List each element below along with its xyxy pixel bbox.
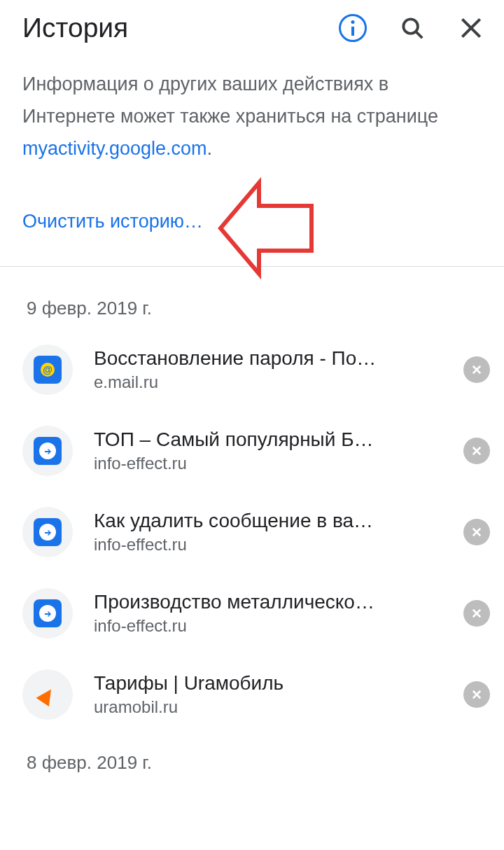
favicon-badge [22, 588, 73, 639]
site-arrow-icon [34, 599, 62, 627]
history-entry[interactable]: ТОП – Самый популярный Б… info-effect.ru [0, 410, 504, 492]
date-header: 8 февр. 2019 г. [0, 735, 504, 783]
search-icon [399, 15, 426, 41]
entry-text: Производство металлическо… info-effect.r… [94, 591, 442, 636]
activity-banner: Информация о других ваших действиях в Ин… [0, 62, 504, 266]
site-arrow-icon [34, 437, 62, 465]
favicon-badge [22, 507, 73, 557]
entry-title: ТОП – Самый популярный Б… [94, 429, 442, 451]
close-icon [470, 526, 483, 538]
entry-domain: e.mail.ru [94, 372, 442, 392]
favicon-badge [22, 669, 73, 720]
entry-domain: info-effect.ru [94, 616, 442, 636]
myactivity-link[interactable]: myactivity.google.com [22, 138, 207, 159]
close-icon [470, 445, 483, 457]
entry-title: Как удалить сообщение в ва… [94, 510, 442, 532]
entry-text: Восстановление пароля - По… e.mail.ru [94, 347, 442, 392]
info-icon [339, 14, 367, 42]
entry-domain: uramobil.ru [94, 697, 442, 717]
remove-entry-button[interactable] [463, 681, 490, 708]
entry-text: ТОП – Самый популярный Б… info-effect.ru [94, 429, 442, 473]
favicon-badge: @ [22, 344, 73, 395]
close-icon [470, 363, 483, 376]
close-icon [470, 607, 483, 620]
mailru-icon: @ [34, 356, 62, 384]
date-header: 9 февр. 2019 г. [0, 267, 504, 329]
banner-text-before: Информация о других ваших действиях в Ин… [22, 74, 438, 127]
close-icon [458, 15, 484, 41]
remove-entry-button[interactable] [463, 519, 490, 545]
remove-entry-button[interactable] [463, 600, 490, 627]
history-entry[interactable]: Тарифы | Uraмобиль uramobil.ru [0, 654, 504, 735]
entry-text: Тарифы | Uraмобиль uramobil.ru [94, 672, 442, 717]
entry-title: Тарифы | Uraмобиль [94, 672, 442, 695]
site-arrow-icon [34, 518, 62, 546]
entry-title: Производство металлическо… [94, 591, 442, 613]
entry-domain: info-effect.ru [94, 535, 442, 555]
favicon-badge [22, 426, 73, 476]
header-actions [339, 14, 484, 42]
entry-title: Восстановление пароля - По… [94, 347, 442, 370]
history-entry[interactable]: @ Восстановление пароля - По… e.mail.ru [0, 329, 504, 410]
banner-text-after: . [207, 138, 213, 159]
history-list: 9 февр. 2019 г. @ Восстановление пароля … [0, 267, 504, 783]
close-icon [470, 688, 483, 701]
entry-domain: info-effect.ru [94, 454, 442, 473]
uramobil-icon [36, 685, 58, 706]
svg-line-1 [416, 32, 422, 38]
close-button[interactable] [458, 15, 484, 41]
app-header: История [0, 0, 504, 62]
page-title: История [22, 13, 339, 43]
remove-entry-button[interactable] [463, 356, 490, 383]
info-button[interactable] [339, 14, 367, 42]
svg-point-0 [403, 19, 418, 34]
entry-text: Как удалить сообщение в ва… info-effect.… [94, 510, 442, 555]
remove-entry-button[interactable] [463, 438, 490, 464]
history-entry[interactable]: Производство металлическо… info-effect.r… [0, 573, 504, 654]
search-button[interactable] [399, 15, 426, 41]
history-entry[interactable]: Как удалить сообщение в ва… info-effect.… [0, 492, 504, 573]
clear-history-link[interactable]: Очистить историю… [22, 211, 203, 232]
